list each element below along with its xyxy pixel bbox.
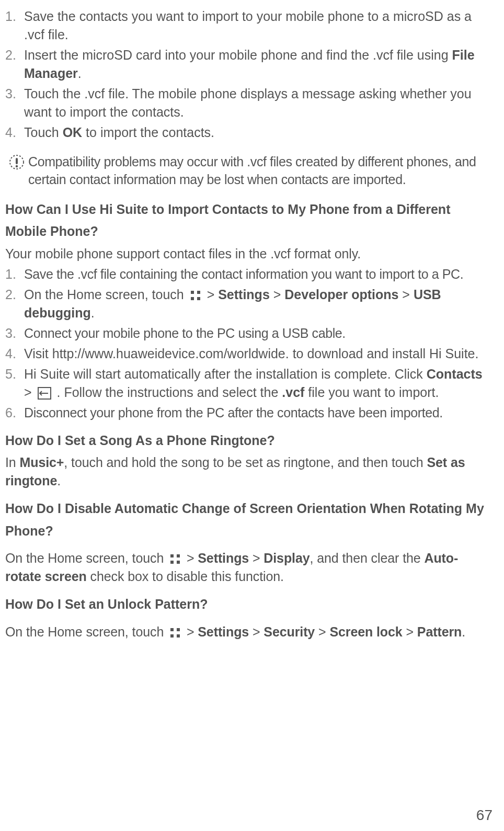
bold-label: Settings (198, 551, 249, 565)
list-item: 2. On the Home screen, touch > Settings … (5, 286, 494, 322)
list-item: 3. Connect your mobile phone to the PC u… (5, 324, 494, 343)
list-text: Disconnect your phone from the PC after … (24, 404, 494, 422)
list-text: Connect your mobile phone to the PC usin… (24, 324, 494, 343)
text-fragment: , touch and hold the song to be set as r… (64, 455, 427, 470)
svg-rect-15 (170, 634, 174, 638)
hi-suite-steps: 1. Save the .vcf file containing the con… (5, 265, 494, 422)
bold-label: Security (264, 624, 315, 639)
text-fragment: On the Home screen, touch (24, 287, 188, 302)
list-text: Hi Suite will start automatically after … (24, 365, 494, 402)
svg-rect-16 (177, 634, 180, 638)
list-text: Touch OK to import the contacts. (24, 123, 494, 142)
document-page: 1. Save the contacts you want to import … (0, 0, 504, 831)
text-fragment: check box to disable this function. (87, 569, 284, 584)
paragraph: On the Home screen, touch > Settings > S… (5, 623, 494, 641)
text-fragment: In (5, 455, 20, 470)
text-fragment: > (24, 385, 36, 400)
bold-label: Display (264, 551, 310, 565)
text-fragment: > (403, 624, 417, 639)
list-item: 4. Touch OK to import the contacts. (5, 123, 494, 142)
list-item: 6. Disconnect your phone from the PC aft… (5, 404, 494, 422)
list-number: 2. (5, 286, 24, 304)
text-fragment: . (57, 473, 61, 488)
list-number: 1. (5, 7, 24, 26)
text-fragment: > (315, 624, 329, 639)
bold-label: Pattern (417, 624, 462, 639)
text-fragment: . (78, 66, 82, 81)
list-text: On the Home screen, touch > Settings > D… (24, 286, 494, 322)
text-fragment: . (91, 305, 95, 320)
svg-rect-3 (191, 291, 194, 294)
paragraph: Your mobile phone support contact files … (5, 245, 494, 263)
info-icon (5, 153, 28, 170)
text-fragment: > (207, 287, 219, 302)
list-text: Visit http://www.huaweidevice.com/worldw… (24, 345, 494, 363)
text-fragment: . Follow the instructions and select the (57, 385, 282, 400)
text-fragment: > (398, 287, 414, 302)
import-icon (38, 387, 51, 400)
bold-label: .vcf (282, 385, 304, 400)
bold-label: Contacts (427, 367, 483, 381)
list-text: Save the .vcf file containing the contac… (24, 265, 494, 283)
text-fragment: , and then clear the (310, 551, 425, 565)
apps-grid-icon (190, 290, 201, 301)
list-number: 1. (5, 265, 24, 283)
svg-rect-12 (177, 561, 180, 564)
list-item: 3. Touch the .vcf file. The mobile phone… (5, 85, 494, 121)
note-callout: Compatibility problems may occur with .v… (5, 153, 494, 189)
list-number: 4. (5, 123, 24, 142)
text-fragment: file you want to import. (304, 385, 439, 400)
text-fragment: Hi Suite will start automatically after … (24, 367, 427, 381)
bold-label: Developer options (284, 287, 398, 302)
text-fragment: On the Home screen, touch (5, 551, 167, 565)
bold-label: Music+ (20, 455, 64, 470)
svg-rect-1 (16, 158, 18, 164)
svg-rect-11 (170, 561, 174, 564)
apps-grid-icon (169, 627, 181, 639)
list-number: 2. (5, 46, 24, 64)
list-number: 4. (5, 345, 24, 363)
svg-rect-9 (170, 554, 174, 557)
text-fragment: Touch (24, 125, 63, 140)
list-number: 5. (5, 365, 24, 383)
svg-rect-14 (177, 628, 180, 631)
section-heading: How Do I Set a Song As a Phone Ringtone? (5, 429, 494, 452)
text-fragment: > (249, 624, 264, 639)
section-heading: How Do I Disable Automatic Change of Scr… (5, 497, 494, 542)
bold-label: Settings (218, 287, 270, 302)
note-text: Compatibility problems may occur with .v… (28, 153, 494, 189)
svg-rect-6 (197, 297, 200, 300)
svg-rect-4 (197, 291, 200, 294)
paragraph: On the Home screen, touch > Settings > D… (5, 549, 494, 586)
apps-grid-icon (169, 553, 181, 565)
list-number: 3. (5, 85, 24, 103)
list-item: 1. Save the contacts you want to import … (5, 7, 494, 44)
svg-rect-5 (191, 297, 194, 300)
bold-label: Screen lock (329, 624, 402, 639)
text-fragment: Insert the microSD card into your mobile… (24, 48, 452, 62)
text-fragment: On the Home screen, touch (5, 624, 167, 639)
list-text: Touch the .vcf file. The mobile phone di… (24, 85, 494, 121)
bold-label: Settings (198, 624, 249, 639)
list-text: Save the contacts you want to import to … (24, 7, 494, 44)
list-number: 3. (5, 324, 24, 343)
list-text: Insert the microSD card into your mobile… (24, 46, 494, 83)
list-item: 2. Insert the microSD card into your mob… (5, 46, 494, 83)
text-fragment: > (270, 287, 285, 302)
list-item: 4. Visit http://www.huaweidevice.com/wor… (5, 345, 494, 363)
text-fragment: to import the contacts. (82, 125, 214, 140)
section-heading: How Do I Set an Unlock Pattern? (5, 593, 494, 616)
text-fragment: > (249, 551, 264, 565)
bold-label: OK (63, 125, 83, 140)
import-contacts-steps: 1. Save the contacts you want to import … (5, 7, 494, 142)
list-item: 5. Hi Suite will start automatically aft… (5, 365, 494, 402)
list-item: 1. Save the .vcf file containing the con… (5, 265, 494, 283)
text-fragment: . (462, 624, 465, 639)
svg-point-2 (16, 165, 18, 167)
text-fragment: > (187, 551, 198, 565)
paragraph: In Music+, touch and hold the song to be… (5, 453, 494, 490)
text-fragment: > (187, 624, 198, 639)
svg-rect-13 (170, 628, 174, 631)
page-number: 67 (476, 807, 492, 824)
list-number: 6. (5, 404, 24, 422)
